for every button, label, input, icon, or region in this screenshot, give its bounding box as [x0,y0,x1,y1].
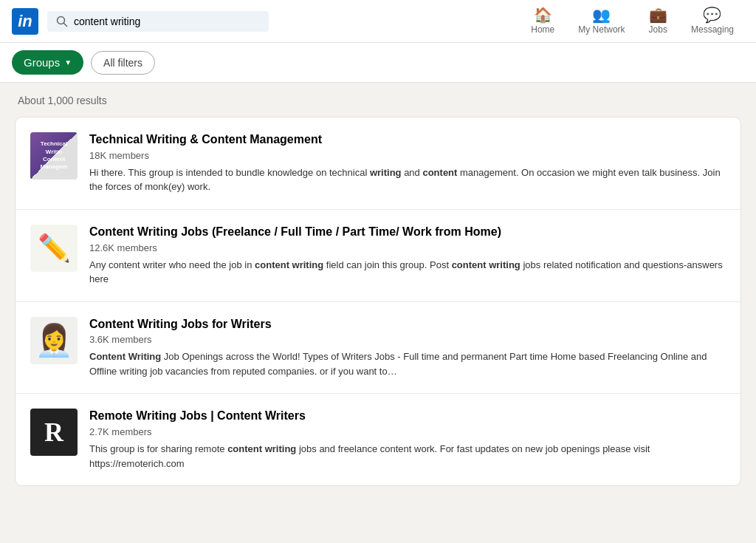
group-members-3: 3.6K members [89,334,726,345]
groups-filter-button[interactable]: Groups ▼ [12,50,83,75]
filter-bar: Groups ▼ All filters [0,43,756,83]
group-members-4: 2.7K members [89,426,726,437]
search-bar-container [47,11,269,32]
all-filters-label: All filters [103,57,142,69]
group-info-3: Content Writing Jobs for Writers 3.6K me… [89,317,726,379]
list-item[interactable]: R Remote Writing Jobs | Content Writers … [16,394,740,485]
group-description-2: Any content writer who need the job in c… [89,258,726,287]
person-icon: 👩‍💼 [35,322,73,358]
search-input[interactable] [74,16,260,27]
nav-jobs-label: Jobs [649,24,667,35]
my-network-icon: 👥 [592,7,611,22]
group-info-1: Technical Writing & Content Management 1… [89,132,726,194]
group-name-4: Remote Writing Jobs | Content Writers [89,409,726,424]
nav-home[interactable]: 🏠 Home [520,1,565,41]
nav-jobs[interactable]: 💼 Jobs [639,1,678,41]
group-description-4: This group is for sharing remote content… [89,442,726,471]
group-name-2: Content Writing Jobs (Freelance / Full T… [89,225,726,240]
list-item[interactable]: Technical Writin Content Managem Technic… [16,117,740,210]
search-icon [56,16,68,27]
nav-my-network[interactable]: 👥 My Network [568,1,635,41]
chevron-down-icon: ▼ [64,58,72,66]
results-count: About 1,000 results [15,95,741,106]
main-content: About 1,000 results Technical Writin Con… [0,83,756,498]
home-icon: 🏠 [534,7,552,22]
group-name-1: Technical Writing & Content Management [89,132,726,148]
nav-my-network-label: My Network [578,24,625,35]
group-info-2: Content Writing Jobs (Freelance / Full T… [89,225,726,287]
all-filters-button[interactable]: All filters [91,51,155,75]
group-description-1: Hi there. This group is intended to bund… [89,165,726,194]
group-thumbnail-4: R [30,409,78,456]
svg-line-1 [64,23,67,26]
list-item[interactable]: ✏️ Content Writing Jobs (Freelance / Ful… [16,210,740,302]
group-name-3: Content Writing Jobs for Writers [89,317,726,332]
nav-messaging-label: Messaging [691,24,734,35]
r-letter-icon: R [44,417,63,448]
nav-messaging[interactable]: 💬 Messaging [681,1,744,41]
header: in 🏠 Home 👥 My Network 💼 Jobs 💬 Messagin… [0,0,756,43]
results-card: Technical Writin Content Managem Technic… [15,117,741,486]
group-thumbnail-1: Technical Writin Content Managem [30,132,78,180]
group-info-4: Remote Writing Jobs | Content Writers 2.… [89,409,726,471]
group-members-1: 18K members [89,150,726,161]
main-nav: 🏠 Home 👥 My Network 💼 Jobs 💬 Messaging [520,1,744,41]
jobs-icon: 💼 [649,7,667,22]
group-members-2: 12.6K members [89,242,726,253]
list-item[interactable]: 👩‍💼 Content Writing Jobs for Writers 3.6… [16,302,740,395]
group-thumbnail-2: ✏️ [30,225,78,272]
groups-button-label: Groups [24,56,60,69]
messaging-icon: 💬 [703,7,721,22]
linkedin-logo[interactable]: in [12,8,38,35]
pencil-icon: ✏️ [38,233,71,264]
nav-home-label: Home [531,24,554,35]
group-description-3: Content Writing Job Openings across the … [89,349,726,378]
group-thumbnail-3: 👩‍💼 [30,317,78,364]
